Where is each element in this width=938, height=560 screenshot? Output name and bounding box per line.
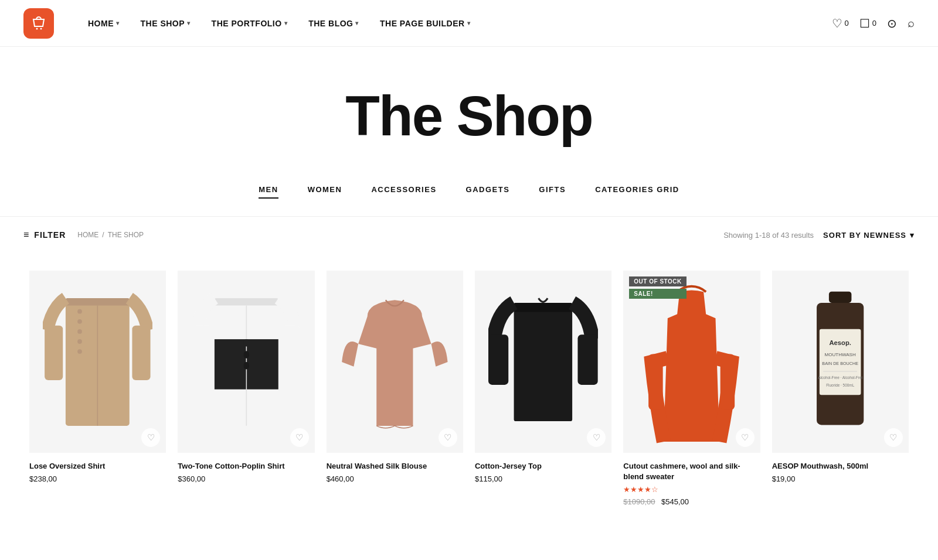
svg-rect-25 xyxy=(648,354,662,409)
product-image: ♡ xyxy=(327,271,463,453)
filter-button[interactable]: ≡ FILTER xyxy=(23,230,66,240)
svg-rect-8 xyxy=(77,339,82,344)
breadcrumb-current: THE SHOP xyxy=(108,231,144,239)
filter-bar: ≡ FILTER HOME / THE SHOP Showing 1-18 of… xyxy=(0,216,938,253)
heart-icon: ♡ xyxy=(832,16,842,30)
product-price-wrap: $1090,00 $545,00 xyxy=(623,496,760,507)
product-name: Lose Oversized Shirt xyxy=(29,461,166,472)
tab-gifts[interactable]: GIFTS xyxy=(539,185,566,199)
svg-text:Alcohol-Free · Alcohol-Frei: Alcohol-Free · Alcohol-Frei xyxy=(818,375,862,379)
svg-rect-6 xyxy=(77,319,82,323)
breadcrumb-separator: / xyxy=(102,231,104,239)
page-title: The Shop xyxy=(12,88,926,144)
product-card[interactable]: Aesop. MOUTHWASH BAIN DE BOUCHE Alcohol-… xyxy=(766,265,915,513)
header-actions: ♡ 0 ☐ 0 ⊙ ⌕ xyxy=(832,16,915,30)
breadcrumb-home[interactable]: HOME xyxy=(77,231,98,239)
product-price: $360,00 xyxy=(178,474,314,483)
svg-rect-18 xyxy=(243,362,249,369)
logo-icon xyxy=(23,8,54,39)
svg-rect-16 xyxy=(243,339,249,346)
nav-blog[interactable]: THE BLOG ▾ xyxy=(298,19,369,28)
cart-icon: ☐ xyxy=(859,16,870,30)
nav-portfolio[interactable]: THE PORTFOLIO ▾ xyxy=(201,19,298,28)
sale-price: $545,00 xyxy=(661,497,689,506)
tab-gadgets[interactable]: GADGETS xyxy=(466,185,510,199)
tab-women[interactable]: WOMEN xyxy=(308,185,342,199)
sale-badge: SALE! xyxy=(629,289,686,299)
product-name: AESOP Mouthwash, 500ml xyxy=(772,461,909,472)
nav-home[interactable]: HOME ▾ xyxy=(77,19,130,28)
account-button[interactable]: ⊙ xyxy=(887,16,897,30)
filter-left: ≡ FILTER HOME / THE SHOP xyxy=(23,230,144,240)
svg-rect-20 xyxy=(281,325,299,380)
product-price: $460,00 xyxy=(327,474,463,483)
wishlist-button[interactable]: ♡ 0 xyxy=(832,16,849,30)
tab-accessories[interactable]: ACCESSORIES xyxy=(371,185,436,199)
header: HOME ▾ THE SHOP ▾ THE PORTFOLIO ▾ THE BL… xyxy=(0,0,938,47)
svg-rect-5 xyxy=(77,309,82,313)
product-price: $19,00 xyxy=(772,474,909,483)
svg-rect-7 xyxy=(77,329,82,334)
results-count: Showing 1-18 of 43 results xyxy=(723,231,814,240)
product-price: $115,00 xyxy=(475,474,611,483)
breadcrumb: HOME / THE SHOP xyxy=(77,231,144,239)
sort-button[interactable]: SORT BY NEWNESS ▾ xyxy=(823,231,915,240)
product-name: Cotton-Jersey Top xyxy=(475,461,611,472)
product-card[interactable]: ♡ Lose Oversized Shirt $238,00 xyxy=(23,265,172,513)
product-grid: ♡ Lose Oversized Shirt $238,00 ♡ Two-Ton… xyxy=(0,253,938,548)
wishlist-icon[interactable]: ♡ xyxy=(884,428,903,447)
product-price: $238,00 xyxy=(29,474,166,483)
chevron-down-icon: ▾ xyxy=(355,20,359,26)
cart-button[interactable]: ☐ 0 xyxy=(859,16,876,30)
user-icon: ⊙ xyxy=(887,16,897,30)
svg-rect-3 xyxy=(66,298,130,305)
wishlist-icon[interactable]: ♡ xyxy=(736,428,755,447)
original-price: $1090,00 xyxy=(623,497,655,506)
svg-rect-17 xyxy=(243,351,249,358)
svg-rect-9 xyxy=(77,349,82,354)
wishlist-icon[interactable]: ♡ xyxy=(439,428,457,447)
product-name: Two-Tone Cotton-Poplin Shirt xyxy=(178,461,314,472)
product-image: OUT OF STOCK SALE! ♡ xyxy=(623,271,760,453)
svg-rect-14 xyxy=(215,298,278,305)
svg-text:Aesop.: Aesop. xyxy=(830,339,851,346)
svg-rect-19 xyxy=(193,325,212,380)
chevron-down-icon: ▾ xyxy=(116,20,120,26)
svg-text:Fluoride · 500mL: Fluoride · 500mL xyxy=(826,383,855,387)
wishlist-icon[interactable]: ♡ xyxy=(290,428,309,447)
product-image: ♡ xyxy=(29,271,166,453)
search-icon: ⌕ xyxy=(908,16,915,30)
search-button[interactable]: ⌕ xyxy=(908,16,915,30)
filter-icon: ≡ xyxy=(23,230,29,240)
product-card[interactable]: ♡ Cotton-Jersey Top $115,00 xyxy=(469,265,617,513)
hero-section: The Shop xyxy=(0,47,938,168)
svg-point-0 xyxy=(36,28,38,29)
filter-right: Showing 1-18 of 43 results SORT BY NEWNE… xyxy=(723,231,915,240)
tab-men[interactable]: MEN xyxy=(259,185,278,199)
svg-rect-10 xyxy=(45,325,63,380)
svg-rect-22 xyxy=(514,302,573,312)
product-card[interactable]: ♡ Two-Tone Cotton-Poplin Shirt $360,00 xyxy=(172,265,320,513)
product-image: ♡ xyxy=(475,271,611,453)
product-name: Cutout cashmere, wool and silk-blend swe… xyxy=(623,461,760,482)
chevron-down-icon: ▾ xyxy=(284,20,288,26)
product-image: Aesop. MOUTHWASH BAIN DE BOUCHE Alcohol-… xyxy=(772,271,909,453)
product-card[interactable]: OUT OF STOCK SALE! ♡ Cutout cashmere, wo… xyxy=(617,265,766,513)
svg-rect-21 xyxy=(514,302,573,421)
chevron-down-icon: ▾ xyxy=(467,20,471,26)
nav-page-builder[interactable]: THE PAGE BUILDER ▾ xyxy=(369,19,481,28)
logo[interactable] xyxy=(23,8,54,39)
product-card[interactable]: ♡ Neutral Washed Silk Blouse $460,00 xyxy=(321,265,469,513)
product-name: Neutral Washed Silk Blouse xyxy=(327,461,463,472)
nav-the-shop[interactable]: THE SHOP ▾ xyxy=(130,19,201,28)
wishlist-icon[interactable]: ♡ xyxy=(587,428,606,447)
wishlist-icon[interactable]: ♡ xyxy=(141,428,160,447)
out-of-stock-badge: OUT OF STOCK xyxy=(629,276,686,286)
product-rating: ★★★★☆ xyxy=(623,485,760,494)
tab-categories-grid[interactable]: CATEGORIES GRID xyxy=(595,185,679,199)
category-tabs: MEN WOMEN ACCESSORIES GADGETS GIFTS CATE… xyxy=(0,168,938,204)
svg-rect-11 xyxy=(132,325,151,380)
svg-rect-23 xyxy=(488,334,508,385)
svg-rect-27 xyxy=(829,291,851,302)
svg-text:MOUTHWASH: MOUTHWASH xyxy=(825,352,856,357)
